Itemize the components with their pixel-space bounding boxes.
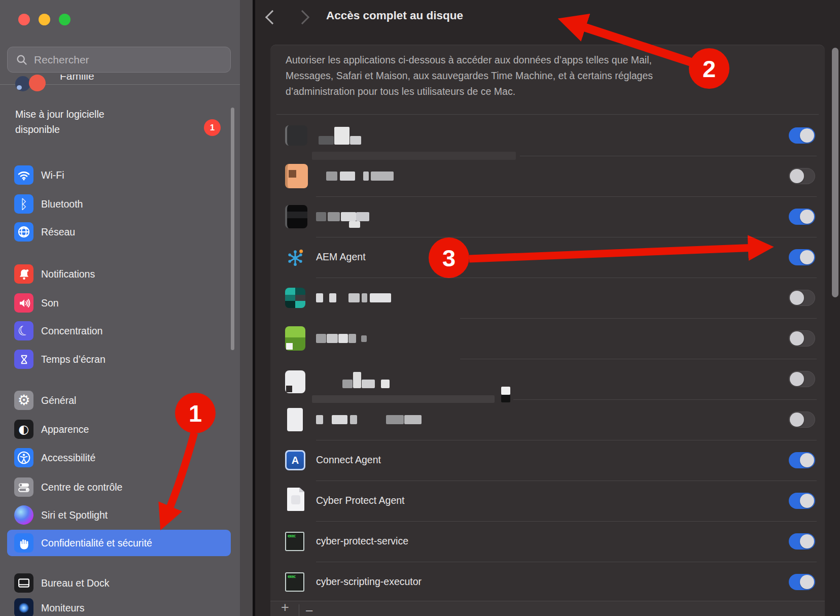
sidebar-item-label: Apparence	[41, 424, 89, 435]
redacted-teal-app-icon	[285, 288, 305, 308]
redacted-text-block	[353, 372, 361, 388]
divider	[299, 604, 299, 616]
add-app-button[interactable]: +	[276, 602, 294, 616]
divider	[316, 521, 817, 522]
redacted-text-block	[327, 334, 338, 343]
sidebar-item-family[interactable]: Famille	[60, 75, 141, 87]
description-line: Messages, Safari et Maison, aux sauvegar…	[286, 68, 798, 84]
search-input[interactable]: Rechercher	[7, 47, 231, 73]
redacted-text-block	[334, 127, 349, 145]
toggle-cyber-protect-agent[interactable]	[789, 493, 815, 509]
app-row-redacted	[270, 115, 825, 156]
toggle-knob	[790, 291, 804, 305]
toggle-redacted-app[interactable]	[789, 209, 815, 225]
sidebar-item-apparence[interactable]: ◐Apparence	[7, 416, 231, 442]
avatar	[15, 76, 30, 91]
zoom-window-button[interactable]	[59, 14, 71, 25]
display-icon	[14, 598, 33, 616]
redacted-text-block	[312, 395, 495, 403]
cyber-protect-agent-icon	[287, 488, 304, 511]
sidebar-item-bureau-et-dock[interactable]: Bureau et Dock	[7, 570, 231, 596]
toggle-redacted-app[interactable]	[789, 371, 815, 387]
toggle-redacted-app[interactable]	[789, 330, 815, 347]
toggle-redacted-app[interactable]	[789, 168, 815, 184]
sidebar-item-label: Son	[41, 297, 59, 309]
back-chevron-icon[interactable]	[265, 10, 279, 24]
divider	[316, 237, 817, 237]
sidebar-item-concentration[interactable]: ☾Concentration	[7, 318, 231, 344]
sidebar-item-wi-fi[interactable]: Wi-Fi	[7, 162, 231, 188]
update-count-badge: 1	[204, 119, 221, 136]
sidebar-item-label: Temps d’écran	[41, 354, 106, 365]
remove-app-button[interactable]: −	[301, 605, 318, 616]
sidebar-item-label: Général	[41, 395, 76, 406]
app-row-aem-agent: AEM Agent	[270, 237, 825, 278]
close-window-button[interactable]	[18, 14, 30, 25]
redacted-text-block	[329, 293, 336, 302]
toggle-knob	[800, 128, 814, 143]
forward-chevron-icon[interactable]	[295, 10, 309, 24]
redacted-text-block	[316, 334, 326, 343]
redacted-text-block	[348, 293, 360, 302]
toggle-redacted-app[interactable]	[789, 290, 815, 306]
redacted-green-app-icon	[285, 326, 305, 351]
sidebar-item-label: Notifications	[41, 268, 95, 280]
toggle-cyber-protect-service[interactable]	[789, 533, 815, 550]
sidebar-item-son[interactable]: Son	[7, 290, 231, 316]
sidebar-item-siri-et-spotlight[interactable]: Siri et Spotlight	[7, 502, 231, 528]
redacted-text-block	[404, 415, 422, 424]
redacted-white-app-icon	[287, 408, 303, 431]
app-row-cyber-protect-agent: Cyber Protect Agent	[270, 481, 825, 521]
search-icon	[16, 54, 28, 66]
hand-icon	[14, 533, 33, 553]
redacted-text-block	[362, 293, 367, 302]
redacted-text-block	[316, 293, 323, 302]
redacted-text-block	[361, 335, 367, 342]
app-name-label: Cyber Protect Agent	[316, 495, 405, 506]
redacted-text-block	[501, 387, 510, 395]
redacted-text-block	[341, 212, 356, 221]
sidebar-item-label: Concentration	[41, 325, 102, 337]
globe-icon	[14, 222, 33, 242]
sidebar-item-bluetooth[interactable]: ᛒBluetooth	[7, 191, 231, 217]
sidebar-item-general[interactable]: ⚙Général	[7, 387, 231, 414]
toggle-aem-agent[interactable]	[789, 249, 815, 265]
sidebar-item-label: Siri et Spotlight	[41, 509, 108, 521]
app-row-cyber-scripting-executor: execcyber-scripting-executor	[270, 562, 825, 602]
toggle-knob	[790, 372, 804, 386]
minimize-window-button[interactable]	[39, 14, 50, 25]
redacted-text-block	[338, 334, 348, 343]
sidebar-item-notifications[interactable]: Notifications	[7, 261, 231, 287]
sidebar-item-label: Réseau	[41, 226, 75, 238]
sidebar-scrollbar[interactable]	[231, 108, 234, 350]
toggle-redacted-app[interactable]	[789, 127, 815, 144]
sidebar-item-reseau[interactable]: Réseau	[7, 219, 231, 245]
toggle-connect-agent[interactable]	[789, 452, 815, 468]
aem-agent-icon	[285, 247, 305, 267]
sidebar-item-moniteurs[interactable]: Moniteurs	[7, 595, 231, 616]
siri-icon	[14, 505, 33, 525]
toggle-cyber-scripting-executor[interactable]	[789, 574, 815, 590]
description-text: Autoriser les applications ci-dessous à …	[286, 52, 798, 99]
speaker-icon	[14, 293, 33, 313]
redacted-text-block	[356, 212, 369, 221]
redacted-text-block	[363, 172, 369, 181]
toggle-redacted-app[interactable]	[789, 412, 815, 428]
sidebar-item-label: Bureau et Dock	[41, 577, 109, 589]
sidebar-item-label: Centre de contrôle	[41, 482, 122, 493]
content-scrollbar[interactable]	[832, 48, 838, 297]
sidebar-item-temps-decran[interactable]: Temps d’écran	[7, 346, 231, 372]
sidebar-item-software-update[interactable]: Mise à jour logicielle disponible	[15, 107, 193, 137]
control-center-icon	[14, 477, 33, 497]
redacted-dark-app-icon	[285, 125, 307, 146]
sidebar-item-centre-de-controle[interactable]: Centre de contrôle	[7, 474, 231, 500]
toggle-knob	[800, 534, 814, 549]
redacted-text-block	[362, 380, 375, 388]
sidebar-item-confidentialite-et-securite[interactable]: Confidentialité et sécurité	[7, 530, 231, 556]
redacted-text-block	[350, 136, 361, 145]
sidebar-item-accessibilite[interactable]: Accessibilité	[7, 444, 231, 471]
divider	[316, 481, 817, 481]
avatar	[29, 75, 46, 91]
divider	[460, 318, 817, 319]
toggle-knob	[800, 494, 814, 508]
